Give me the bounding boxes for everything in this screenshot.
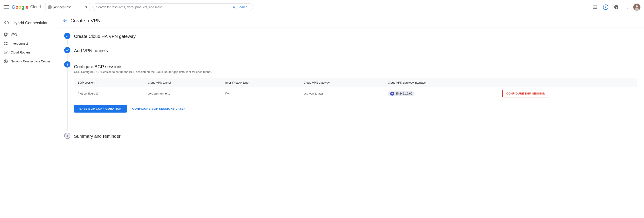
project-selector[interactable]: jonf-gcp-test ▾ (45, 3, 90, 11)
svg-rect-4 (6, 42, 8, 43)
sidebar: Hybrid Connectivity VPN Interconnect Clo… (0, 14, 57, 218)
action-row: SAVE BGP CONFIGURATION CONFIGURE BGP SES… (74, 105, 637, 112)
main-content: Create a VPN Create Cloud HA VPN gateway (57, 14, 644, 218)
step-3-title: Configure BGP sessions (74, 64, 637, 70)
help-icon-btn[interactable] (612, 3, 621, 12)
step-2-done-circle (64, 47, 70, 53)
topbar: Google Cloud jonf-gcp-test ▾ Search 2 (0, 0, 644, 14)
search-button[interactable]: Search (231, 5, 249, 9)
notifications-btn[interactable]: 2 (601, 3, 610, 12)
svg-rect-6 (6, 44, 8, 45)
content-area: Create Cloud HA VPN gateway Add VPN tunn… (57, 28, 644, 145)
search-icon (233, 5, 236, 9)
project-icon (48, 5, 52, 9)
table-row: (not configured) aws-vpn-tunnel-1 IPv4 g… (74, 87, 637, 100)
step-3-line (67, 68, 68, 131)
step-1-title: Create Cloud HA VPN gateway (74, 33, 637, 40)
cloud-routers-icon (4, 50, 8, 54)
cell-interface: 0 35.242.15.66 (384, 87, 499, 100)
col-cloud-vpn-gateway: Cloud VPN gateway (300, 78, 384, 87)
step-3-indicator: 3 (64, 61, 70, 131)
step-3-description: Click Configure BGP Session to set up th… (74, 70, 637, 74)
sidebar-title: Hybrid Connectivity (12, 21, 47, 26)
save-bgp-config-button[interactable]: SAVE BGP CONFIGURATION (74, 105, 127, 112)
sidebar-item-vpn[interactable]: VPN (0, 30, 57, 39)
help-icon (614, 5, 619, 10)
step-2-indicator (64, 47, 70, 60)
project-name: jonf-gcp-test (54, 5, 84, 9)
search-label: Search (238, 5, 247, 9)
step-2-line (67, 54, 68, 60)
bgp-sessions-table: BGP session ↑ Cloud VPN tunnel Inner IP … (74, 78, 637, 100)
menu-icon[interactable] (4, 4, 9, 10)
cloud-label: Cloud (30, 5, 41, 9)
sidebar-item-cloud-routers[interactable]: Cloud Routers (0, 48, 57, 57)
sidebar-item-network-connectivity[interactable]: Network Connectivity Center (0, 57, 57, 66)
sidebar-header-icon (4, 20, 10, 26)
google-cloud-logo[interactable]: Google Cloud (12, 4, 41, 10)
main-layout: Hybrid Connectivity VPN Interconnect Clo… (0, 14, 644, 218)
step-4-content: Summary and reminder (74, 133, 637, 139)
svg-point-7 (6, 52, 6, 53)
configure-bgp-session-button[interactable]: CONFIGURE BGP SESSION (502, 90, 549, 98)
avatar-image (633, 4, 640, 11)
vpn-icon (4, 32, 8, 37)
col-cloud-vpn-tunnel: Cloud VPN tunnel (144, 78, 221, 87)
more-vert-icon (624, 5, 630, 10)
svg-point-9 (6, 52, 7, 53)
sidebar-item-network-connectivity-label: Network Connectivity Center (11, 60, 50, 63)
interface-badge: 0 35.242.15.66 (388, 91, 415, 96)
svg-point-2 (635, 8, 639, 11)
step-3: 3 Configure BGP sessions Click Configure… (64, 61, 637, 131)
page-header: Create a VPN (57, 14, 644, 28)
sort-icon: ↑ (96, 81, 98, 84)
sidebar-header: Hybrid Connectivity (0, 18, 57, 30)
svg-point-8 (5, 52, 5, 53)
terminal-icon (592, 5, 598, 10)
step-3-content: Configure BGP sessions Click Configure B… (74, 63, 637, 112)
interconnect-icon (4, 41, 8, 46)
step-1-indicator (64, 33, 70, 45)
notification-count: 2 (603, 4, 608, 10)
configure-later-button[interactable]: CONFIGURE BGP SESSIONS LATER (132, 107, 186, 110)
search-bar[interactable]: Search (92, 3, 253, 11)
col-bgp-session: BGP session ↑ (74, 78, 144, 87)
sidebar-item-vpn-label: VPN (11, 33, 17, 36)
col-inner-ip-stack-type: Inner IP stack type (221, 78, 300, 87)
cell-bgp-session: (not configured) (74, 87, 144, 100)
user-avatar[interactable] (633, 4, 640, 11)
cell-ip-stack: IPv4 (221, 87, 300, 100)
network-connectivity-icon (4, 59, 8, 64)
chevron-down-icon: ▾ (85, 5, 87, 10)
svg-rect-3 (4, 42, 6, 43)
topbar-actions: 2 (590, 3, 640, 12)
step-1-content: Create Cloud HA VPN gateway (74, 33, 637, 40)
sidebar-item-interconnect[interactable]: Interconnect (0, 39, 57, 48)
table-body: (not configured) aws-vpn-tunnel-1 IPv4 g… (74, 87, 637, 100)
search-input[interactable] (96, 5, 228, 9)
step-2-content: Add VPN tunnels (74, 47, 637, 54)
terminal-icon-btn[interactable] (590, 3, 600, 12)
step-1-line (67, 40, 68, 45)
sidebar-item-interconnect-label: Interconnect (11, 42, 28, 45)
page-title: Create a VPN (70, 18, 101, 24)
interface-number: 0 (390, 92, 394, 96)
cell-tunnel: aws-vpn-tunnel-1 (144, 87, 221, 100)
step-4-title: Summary and reminder (74, 133, 637, 139)
step-1-done-circle (64, 33, 70, 39)
col-cloud-vpn-gateway-interface: Cloud VPN gateway interface (384, 78, 499, 87)
col-action (499, 78, 637, 87)
step-1: Create Cloud HA VPN gateway (64, 33, 637, 45)
table-header: BGP session ↑ Cloud VPN tunnel Inner IP … (74, 78, 637, 87)
sidebar-item-cloud-routers-label: Cloud Routers (11, 50, 31, 54)
svg-point-1 (636, 5, 638, 8)
more-options-btn[interactable] (622, 3, 632, 12)
back-button[interactable] (62, 18, 68, 24)
interface-ip: 35.242.15.66 (396, 92, 412, 95)
svg-rect-5 (4, 44, 6, 45)
cell-configure-action: CONFIGURE BGP SESSION (499, 87, 637, 100)
step-2: Add VPN tunnels (64, 47, 637, 60)
cell-gateway: gcp-vpn-to-aws (300, 87, 384, 100)
step-4: 4 Summary and reminder (64, 133, 637, 139)
step-3-circle: 3 (64, 61, 70, 68)
